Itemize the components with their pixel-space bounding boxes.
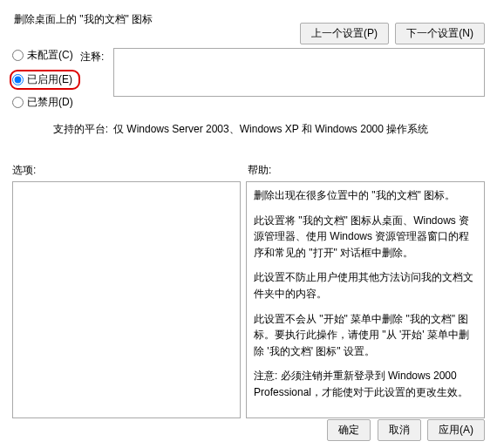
comment-textarea[interactable]: [113, 48, 485, 97]
policy-dialog: 删除桌面上的 "我的文档" 图标 上一个设置(P) 下一个设置(N) 未配置(C…: [0, 0, 497, 448]
radio-not-configured-label: 未配置(C): [27, 48, 73, 63]
radio-not-configured-input[interactable]: [12, 50, 24, 61]
radio-disabled-input[interactable]: [12, 97, 24, 108]
comment-label: 注释:: [80, 48, 113, 64]
help-paragraph: 删除出现在很多位置中的 "我的文档" 图标。: [254, 187, 477, 204]
supported-on-label: 支持的平台:: [12, 122, 113, 137]
options-pane: [12, 181, 241, 418]
prev-setting-button[interactable]: 上一个设置(P): [300, 23, 389, 44]
options-label: 选项:: [12, 163, 248, 178]
help-label: 帮助:: [248, 163, 271, 178]
next-setting-button[interactable]: 下一个设置(N): [395, 23, 485, 44]
help-pane: 删除出现在很多位置中的 "我的文档" 图标。 此设置将 "我的文档" 图标从桌面…: [246, 181, 485, 418]
radio-enabled[interactable]: 已启用(E): [10, 70, 80, 90]
apply-button[interactable]: 应用(A): [427, 419, 485, 441]
help-paragraph: 此设置不会从 "开始" 菜单中删除 "我的文档" 图标。要执行此操作，请使用 "…: [254, 311, 477, 360]
dialog-footer: 确定 取消 应用(A): [323, 419, 485, 441]
help-paragraph: 此设置不防止用户使用其他方法访问我的文档文件夹中的内容。: [254, 269, 477, 302]
radio-enabled-input[interactable]: [12, 74, 24, 85]
help-paragraph: 注意: 必须注销并重新登录到 Windows 2000 Professional…: [254, 368, 477, 400]
radio-enabled-label: 已启用(E): [27, 72, 72, 87]
state-radio-group: 未配置(C) 已启用(E) 已禁用(D): [12, 48, 80, 117]
help-paragraph: 此设置将 "我的文档" 图标从桌面、Windows 资源管理器、使用 Windo…: [254, 213, 477, 261]
ok-button[interactable]: 确定: [327, 419, 371, 441]
radio-disabled-label: 已禁用(D): [27, 95, 73, 110]
supported-on-text: 仅 Windows Server 2003、Windows XP 和 Windo…: [113, 122, 485, 137]
nav-buttons: 上一个设置(P) 下一个设置(N): [296, 23, 485, 44]
cancel-button[interactable]: 取消: [378, 419, 421, 441]
radio-disabled[interactable]: 已禁用(D): [12, 95, 80, 110]
radio-not-configured[interactable]: 未配置(C): [12, 48, 80, 63]
